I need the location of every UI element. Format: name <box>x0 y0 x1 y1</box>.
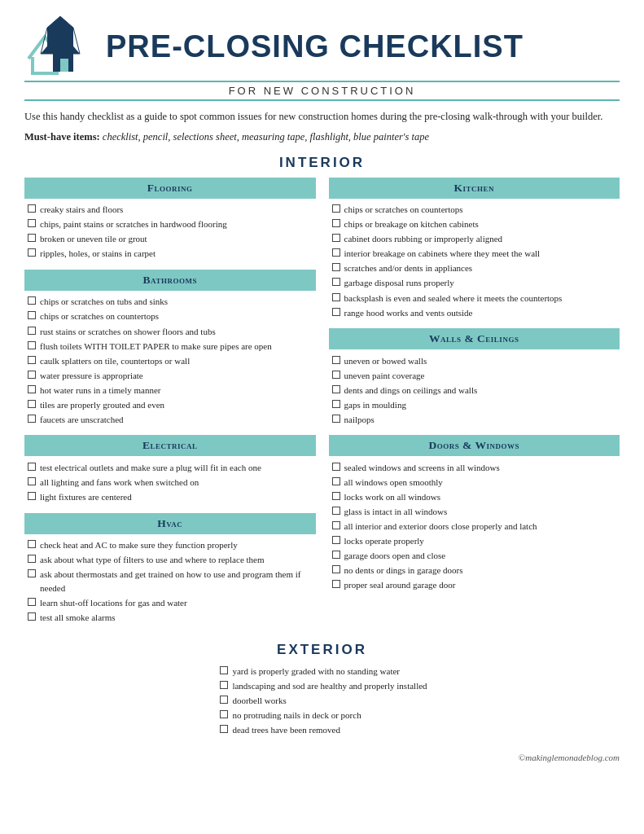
checkbox[interactable] <box>28 415 36 423</box>
checkbox[interactable] <box>332 219 340 227</box>
checkbox[interactable] <box>28 371 36 379</box>
checkbox[interactable] <box>332 551 340 559</box>
list-item: ask about thermostats and get trained on… <box>28 568 316 596</box>
checkbox[interactable] <box>332 248 340 257</box>
checkbox[interactable] <box>28 234 36 242</box>
checkbox[interactable] <box>28 248 36 257</box>
checkbox[interactable] <box>332 507 340 515</box>
svg-marker-3 <box>41 31 80 54</box>
list-item: chips or breakage on kitchen cabinets <box>332 217 620 232</box>
left-column: Flooring creaky stairs and floors chips,… <box>24 178 316 634</box>
list-item: no protruding nails in deck or porch <box>220 709 427 723</box>
list-item: glass is intact in all windows <box>332 505 620 520</box>
list-item: backsplash is even and sealed where it m… <box>332 291 620 305</box>
kitchen-list: chips or scratches on countertops chips … <box>329 203 620 320</box>
checkbox[interactable] <box>28 385 36 393</box>
checkbox[interactable] <box>28 492 36 500</box>
list-item: garbage disposal runs properly <box>332 276 620 291</box>
checkbox[interactable] <box>332 356 340 364</box>
title-block: Pre-Closing Checklist <box>106 30 620 64</box>
checkbox[interactable] <box>332 204 340 213</box>
checkbox[interactable] <box>332 371 340 379</box>
checkbox[interactable] <box>332 263 340 271</box>
list-item: chips or scratches on tubs and sinks <box>28 295 316 309</box>
list-item: light fixtures are centered <box>28 489 316 504</box>
list-item: cabinet doors rubbing or improperly alig… <box>332 232 620 247</box>
checkbox[interactable] <box>332 521 340 529</box>
list-item: range hood works and vents outside <box>332 305 620 320</box>
checkbox[interactable] <box>28 569 36 577</box>
checkbox[interactable] <box>220 725 228 733</box>
doors-windows-header: Doors & Windows <box>329 435 620 456</box>
checkbox[interactable] <box>220 666 228 674</box>
list-item: proper seal around garage door <box>332 578 620 593</box>
list-item: flush toilets WITH TOILET PAPER to make … <box>28 339 316 353</box>
electrical-header: Electrical <box>24 435 316 456</box>
must-have: Must-have items: checklist, pencil, sele… <box>24 131 620 143</box>
checkbox[interactable] <box>332 580 340 588</box>
intro-text: Use this handy checklist as a guide to s… <box>24 109 620 125</box>
must-have-items: checklist, pencil, selections sheet, mea… <box>103 131 429 143</box>
list-item: tiles are properly grouted and even <box>28 397 316 412</box>
list-item: locks operate properly <box>332 534 620 549</box>
checkbox[interactable] <box>28 204 36 213</box>
list-item: chips, paint stains or scratches in hard… <box>28 217 316 232</box>
checkbox[interactable] <box>332 477 340 485</box>
list-item: uneven or bowed walls <box>332 353 620 368</box>
list-item: no dents or dings in garage doors <box>332 564 620 578</box>
checkbox[interactable] <box>220 681 228 689</box>
checkbox[interactable] <box>28 555 36 563</box>
checkbox[interactable] <box>332 400 340 408</box>
list-item: chips or scratches on countertops <box>332 203 620 217</box>
exterior-section: EXTERIOR yard is properly graded with no… <box>24 642 620 746</box>
checkbox[interactable] <box>28 540 36 548</box>
checkbox[interactable] <box>332 385 340 393</box>
checkbox[interactable] <box>28 612 36 621</box>
checkbox[interactable] <box>28 341 36 349</box>
checkbox[interactable] <box>28 463 36 471</box>
interior-columns: Flooring creaky stairs and floors chips,… <box>24 178 620 634</box>
list-item: all interior and exterior doors close pr… <box>332 520 620 534</box>
checkbox[interactable] <box>28 598 36 606</box>
exterior-list: yard is properly graded with no standing… <box>217 665 427 738</box>
list-item: ask about what type of filters to use an… <box>28 553 316 568</box>
doors-windows-list: sealed windows and screens in all window… <box>329 460 620 592</box>
list-item: all lighting and fans work when switched… <box>28 475 316 489</box>
checkbox[interactable] <box>28 219 36 227</box>
checkbox[interactable] <box>332 308 340 316</box>
checkbox[interactable] <box>28 296 36 305</box>
checkbox[interactable] <box>28 356 36 364</box>
list-item: interior breakage on cabinets where they… <box>332 247 620 261</box>
checkbox[interactable] <box>220 710 228 718</box>
checkbox[interactable] <box>332 415 340 423</box>
electrical-list: test electrical outlets and make sure a … <box>24 460 316 504</box>
checkbox[interactable] <box>28 327 36 335</box>
list-item: water pressure is appropriate <box>28 368 316 383</box>
kitchen-header: Kitchen <box>329 178 620 199</box>
list-item: gaps in moulding <box>332 397 620 412</box>
checkbox[interactable] <box>332 293 340 301</box>
list-item: sealed windows and screens in all window… <box>332 460 620 475</box>
checkbox[interactable] <box>332 536 340 544</box>
checkbox[interactable] <box>220 696 228 704</box>
checkbox[interactable] <box>28 400 36 408</box>
list-item: hot water runs in a timely manner <box>28 383 316 397</box>
list-item: test electrical outlets and make sure a … <box>28 460 316 475</box>
checkbox[interactable] <box>332 278 340 286</box>
list-item: learn shut-off locations for gas and wat… <box>28 596 316 611</box>
checkbox[interactable] <box>28 311 36 319</box>
svg-rect-4 <box>60 59 68 72</box>
bathrooms-list: chips or scratches on tubs and sinks chi… <box>24 295 316 427</box>
checkbox[interactable] <box>332 565 340 573</box>
checkbox[interactable] <box>332 492 340 500</box>
walls-ceilings-header: Walls & Ceilings <box>329 328 620 349</box>
list-item: rust stains or scratches on shower floor… <box>28 324 316 339</box>
list-item: test all smoke alarms <box>28 611 316 626</box>
checkbox[interactable] <box>332 463 340 471</box>
list-item: dead trees have been removed <box>220 723 427 738</box>
list-item: doorbell works <box>220 694 427 709</box>
list-item: faucets are unscratched <box>28 412 316 427</box>
checkbox[interactable] <box>28 477 36 485</box>
list-item: uneven paint coverage <box>332 368 620 383</box>
checkbox[interactable] <box>332 234 340 242</box>
